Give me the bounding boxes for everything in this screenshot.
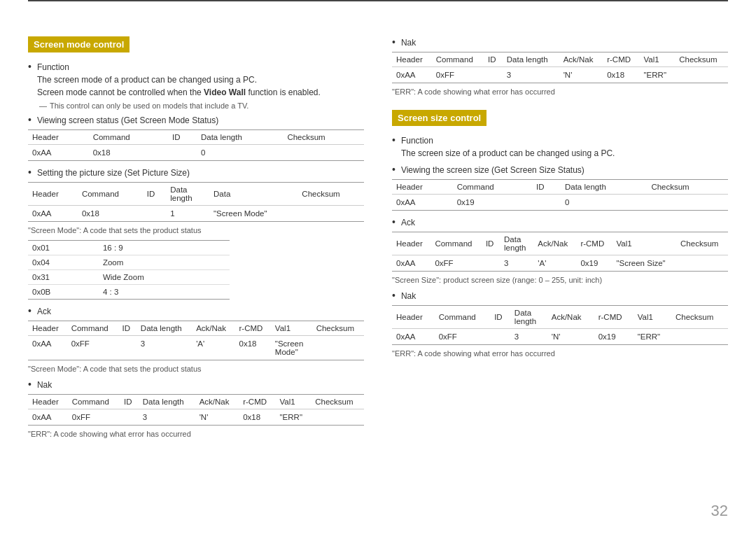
viewing-bullet-right: • Viewing the screen size (Get Screen Si… <box>392 164 728 176</box>
table-row: 0xAA 0x18 0 <box>28 145 364 161</box>
th-id: ID <box>482 232 500 255</box>
table-row: 0x0B 4 : 3 <box>28 285 230 300</box>
cell: 3 <box>500 255 533 272</box>
cell: 0x0B <box>28 285 99 300</box>
th-header: Header <box>392 180 453 195</box>
cell: 'N' <box>559 67 603 83</box>
table1-right: Header Command ID Data length Checksum 0… <box>392 179 728 211</box>
th-id: ID <box>532 180 561 195</box>
cell: 0xFF <box>435 329 490 345</box>
th-id: ID <box>484 52 503 67</box>
cell: 'N' <box>547 329 594 345</box>
th-command: Command <box>67 321 118 336</box>
mode-table: 0x01 16 : 9 0x04 Zoom 0x31 Wide Zoom 0x0… <box>28 240 230 300</box>
cell <box>647 195 728 211</box>
function-desc2: Screen mode cannot be controlled when th… <box>37 87 321 97</box>
cell: 0x18 <box>239 409 275 426</box>
table-row: 0xAA 0xFF 3 'A' 0x18 "ScreenMode" <box>28 336 364 360</box>
cell: 0xFF <box>67 336 118 360</box>
cell: 0xAA <box>28 206 78 222</box>
cell: 1 <box>166 206 209 222</box>
viewing-label-right: Viewing the screen size (Get Screen Size… <box>401 164 584 176</box>
table1: Header Command ID Data length Checksum 0… <box>28 129 364 161</box>
th-checksum: Checksum <box>676 232 728 255</box>
bullet-dot-function: • <box>28 62 31 71</box>
cell: 0xFF <box>432 67 484 83</box>
cell: Zoom <box>99 255 230 270</box>
th-command: Command <box>89 130 168 145</box>
th-checksum: Checksum <box>675 52 728 67</box>
cell: "ERR" <box>640 67 676 83</box>
th-checksum: Checksum <box>671 306 728 329</box>
cell: 0 <box>561 195 647 211</box>
th-rcmd: r-CMD <box>235 321 271 336</box>
cell: "Screen Mode" <box>209 206 298 222</box>
cell <box>675 67 728 83</box>
cell <box>676 255 728 272</box>
cell: 0 <box>197 145 283 161</box>
nak-bullet: • Nak <box>28 379 364 391</box>
err-note1-right: "ERR": A code showing what error has occ… <box>392 87 728 96</box>
cell <box>482 255 500 272</box>
th-val1: Val1 <box>276 395 312 409</box>
th-command: Command <box>435 306 490 329</box>
cell <box>484 67 503 83</box>
ack-label-right: Ack <box>401 216 415 229</box>
th-datalength: Data length <box>197 130 283 145</box>
cell: 0xFF <box>68 409 120 426</box>
cell: 0x18 <box>603 67 639 83</box>
viewing-label: Viewing screen status (Get Screen Mode S… <box>37 114 218 127</box>
cell <box>118 336 136 360</box>
cell: 0x01 <box>28 241 99 255</box>
cell: Wide Zoom <box>99 270 230 285</box>
err-note-left: "ERR": A code showing what error has occ… <box>28 430 364 438</box>
th-datalength: Data length <box>561 180 647 195</box>
nak-label: Nak <box>37 379 52 391</box>
th-rcmd: r-CMD <box>239 395 275 409</box>
th-id: ID <box>490 306 510 329</box>
cell: 0x18 <box>235 336 271 360</box>
th-header: Header <box>28 183 78 206</box>
function-desc1: The screen mode of a product can be chan… <box>37 75 257 85</box>
cell: 0xFF <box>430 255 481 272</box>
cell: 0x31 <box>28 270 99 285</box>
left-column: Screen mode control • Function The scree… <box>28 36 364 444</box>
cell <box>168 145 197 161</box>
cell <box>532 195 561 211</box>
left-section-title: Screen mode control <box>28 36 130 52</box>
table-row: 0xAA 0x19 0 <box>392 195 728 211</box>
screen-mode-note2: "Screen Mode": A code that sets the prod… <box>28 365 364 373</box>
cell: 3 <box>510 329 547 345</box>
th-command: Command <box>432 52 484 67</box>
cell: "ScreenMode" <box>271 336 312 360</box>
cell: 'A' <box>192 336 234 360</box>
table-row: 0xAA 0xFF 3 'N' 0x19 "ERR" <box>392 329 728 345</box>
th-command: Command <box>453 180 532 195</box>
cell: 0x19 <box>453 195 532 211</box>
cell: 0xAA <box>392 255 430 272</box>
th-rcmd: r-CMD <box>594 306 634 329</box>
th-val1: Val1 <box>612 232 677 255</box>
table-nak-right: Header Command ID Data length Ack/Nak r-… <box>392 52 728 83</box>
th-acknak: Ack/Nak <box>547 306 594 329</box>
cell: 0xAA <box>28 145 89 161</box>
cell: 0xAA <box>392 67 432 83</box>
th-acknak: Ack/Nak <box>533 232 576 255</box>
th-val1: Val1 <box>271 321 312 336</box>
nak-bullet2-right: • Nak <box>392 290 728 302</box>
function-bullet-right: • Function The screen size of a product … <box>392 134 728 160</box>
th-acknak: Ack/Nak <box>559 52 603 67</box>
note-text: This control can only be used on models … <box>50 101 248 110</box>
cell: 16 : 9 <box>99 241 230 255</box>
th-header: Header <box>28 395 68 409</box>
cell: 0xAA <box>28 409 68 426</box>
cell: 0x18 <box>89 145 168 161</box>
note-line: — This control can only be used on model… <box>39 101 364 110</box>
th-datalength: Datalength <box>166 183 209 206</box>
th-datalength: Data length <box>503 52 559 67</box>
th-command: Command <box>430 232 481 255</box>
table3: Header Command ID Data length Ack/Nak r-… <box>28 321 364 360</box>
setting-bullet: • Setting the picture size (Set Picture … <box>28 167 364 179</box>
viewing-bullet: • Viewing screen status (Get Screen Mode… <box>28 114 364 127</box>
table2-right: Header Command ID Datalength Ack/Nak r-C… <box>392 232 728 272</box>
